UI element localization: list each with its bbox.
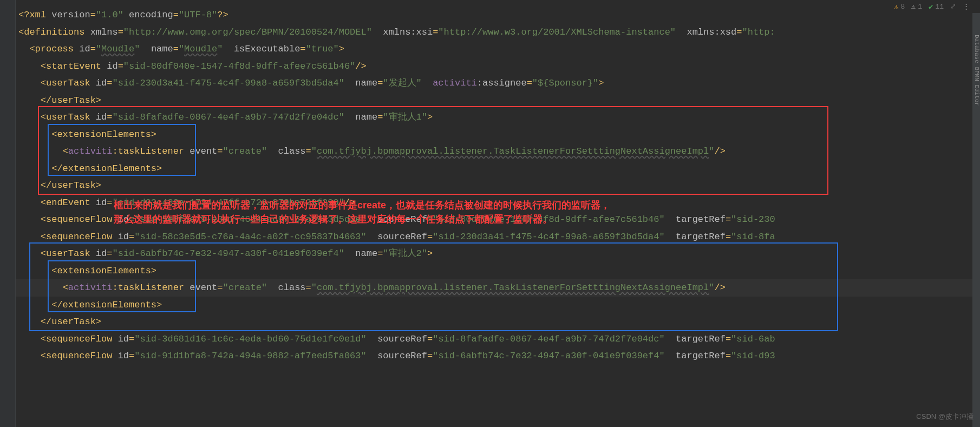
code-line[interactable]: </extensionElements> [18, 160, 980, 178]
code-line[interactable]: <userTask id="sid-230d3a41-f475-4c4f-99a… [18, 75, 980, 92]
code-line[interactable]: <sequenceFlow id="sid-91d1bfa8-742a-494a… [18, 347, 980, 365]
code-line[interactable]: </userTask> [18, 177, 980, 194]
code-line[interactable]: <activiti:taskListener event="create" cl… [18, 279, 980, 297]
code-line[interactable]: <extensionElements> [18, 126, 980, 143]
code-line[interactable]: <startEvent id="sid-80df040e-1547-4f8d-9… [18, 58, 980, 75]
code-line[interactable]: <process id="Moudle" name="Moudle" isExe… [18, 41, 980, 58]
code-line[interactable]: </userTask> [18, 313, 980, 331]
code-line[interactable]: <?xml version="1.0" encoding="UTF-8"?> [18, 6, 980, 24]
code-editor[interactable]: <?xml version="1.0" encoding="UTF-8"?> <… [0, 0, 980, 365]
code-line[interactable]: <endEvent id="sid-d93c482e-1734-47ff-b72… [18, 194, 980, 212]
code-line[interactable]: <extensionElements> [18, 262, 980, 280]
code-line[interactable]: </userTask> [18, 92, 980, 109]
code-line[interactable]: <sequenceFlow id="sid-3d681d16-1c6c-4eda… [18, 331, 980, 348]
code-line[interactable]: <activiti:taskListener event="create" cl… [18, 143, 980, 160]
code-line[interactable]: </extensionElements> [18, 297, 980, 314]
code-line[interactable]: <userTask id="sid-6abfb74c-7e32-4947-a30… [18, 245, 980, 262]
watermark: CSDN @皮卡冲撞 [916, 412, 974, 422]
code-line[interactable]: <sequenceFlow id="sid-58c3e5d5-c76a-4a4c… [18, 228, 980, 246]
code-line[interactable]: <sequenceFlow id="sid-5e0f1e79-e3e1-46d4… [18, 211, 980, 228]
code-line[interactable]: <definitions xmlns="http://www.omg.org/s… [18, 24, 980, 41]
code-line[interactable]: <userTask id="sid-8fafadfe-0867-4e4f-a9b… [18, 109, 980, 126]
